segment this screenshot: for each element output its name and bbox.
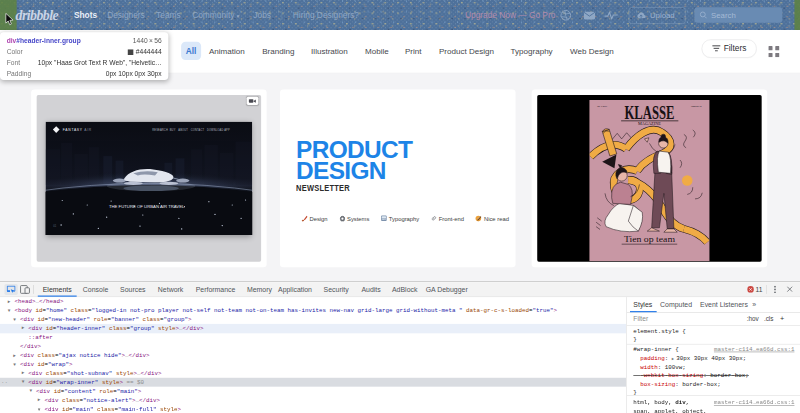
- svg-text:KLASSE: KLASSE: [624, 101, 674, 122]
- svg-text:dribbble: dribbble: [16, 8, 59, 23]
- svg-text:Tien op team: Tien op team: [624, 234, 676, 243]
- svg-text:THE FUTURE OF URBAN AIR TRAVEL: THE FUTURE OF URBAN AIR TRAVEL: [109, 205, 185, 209]
- svg-text:RESEARCH BUY ABOUT CONTAC: RESEARCH BUY ABOUT CONTACT DOWNLOAD APP: [152, 128, 230, 132]
- svg-text:01: 01: [53, 224, 57, 228]
- svg-text:NR. 3 2019: NR. 3 2019: [597, 104, 607, 106]
- svg-text:WEEKBLAD: WEEKBLAD: [691, 104, 702, 106]
- svg-text:MAGAZINE: MAGAZINE: [638, 121, 661, 125]
- svg-text:FANTASY AIR: FANTASY AIR: [63, 128, 92, 132]
